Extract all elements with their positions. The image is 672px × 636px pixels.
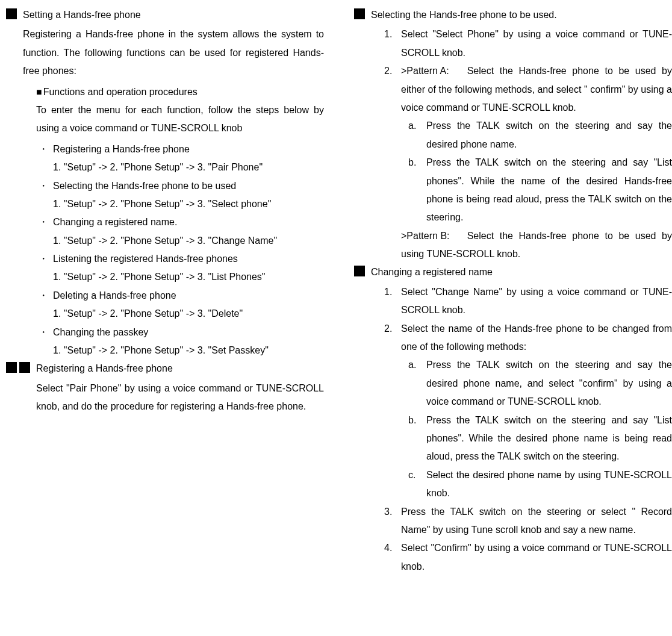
numbered-item: 1. Select "Select Phone" by using a voic… — [354, 25, 672, 62]
bullet-item: Changing a registered name. — [6, 213, 324, 231]
step-number: 1. — [384, 25, 392, 43]
section-body: Registering a Hands-free phone in the sy… — [6, 25, 324, 80]
bullet-path: 1. "Setup" -> 2. "Phone Setup" -> 3. "Li… — [6, 268, 324, 286]
section-title-setting: Setting a Hands-free phone — [6, 6, 324, 24]
step-text: Select "Select Phone" by using a voice c… — [401, 29, 672, 57]
bullet-item: Selecting the Hands-free phone to be use… — [6, 177, 324, 195]
bullet-path: 1. "Setup" -> 2. "Phone Setup" -> 3. "Se… — [6, 341, 324, 360]
lettered-item: a. Press the TALK switch on the steering… — [354, 117, 672, 154]
step-number: 4. — [384, 539, 392, 557]
step-text: Press the TALK switch on the steering or… — [401, 507, 672, 535]
bullet-item: Registering a Hands-free phone — [6, 140, 324, 158]
lettered-item: b. Press the TALK switch on the steering… — [354, 411, 672, 466]
bullet-path: 1. "Setup" -> 2. "Phone Setup" -> 3. "Pa… — [6, 158, 324, 176]
sub-heading: Functions and operation procedures — [6, 83, 324, 101]
step-number: 2. — [384, 320, 392, 338]
letter-marker: c. — [408, 466, 415, 484]
section-title-selecting: Selecting the Hands-free phone to be use… — [354, 6, 672, 24]
letter-text: Press the TALK switch on the steering an… — [426, 120, 672, 149]
pattern-a-prefix: >Pattern A: — [401, 62, 461, 80]
letter-text: Press the TALK switch on the steering an… — [426, 415, 672, 462]
lettered-item: b. Press the TALK switch on the steering… — [354, 154, 672, 227]
bullet-item: Changing the passkey — [6, 323, 324, 341]
section-body: Select "Pair Phone" by using a voice com… — [6, 379, 324, 416]
numbered-item: 3. Press the TALK switch on the steering… — [354, 503, 672, 540]
letter-marker: a. — [408, 356, 416, 374]
letter-marker: b. — [408, 154, 416, 172]
lettered-item: c. Select the desired phone name by usin… — [354, 466, 672, 503]
section-title-registering: Registering a Hands-free phone — [6, 360, 324, 378]
document-columns: Setting a Hands-free phone Registering a… — [6, 6, 672, 576]
numbered-item: 2. Select the name of the Hands-free pho… — [354, 320, 672, 357]
step-text: Select the name of the Hands-free phone … — [401, 323, 672, 352]
letter-marker: a. — [408, 117, 416, 135]
step-text: Select "Confirm" by using a voice comman… — [401, 543, 672, 571]
letter-marker: b. — [408, 411, 416, 429]
bullet-item: Listening the registered Hands-free phon… — [6, 250, 324, 268]
bullet-item: Deleting a Hands-free phone — [6, 287, 324, 305]
bullet-path: 1. "Setup" -> 2. "Phone Setup" -> 3. "Se… — [6, 195, 324, 213]
pattern-b-prefix: >Pattern B: — [401, 227, 461, 245]
left-column: Setting a Hands-free phone Registering a… — [6, 6, 324, 576]
sub-body: To enter the menu for each function, fol… — [6, 101, 324, 138]
registering-title-text: Registering a Hands-free phone — [36, 363, 173, 373]
section-title-changing: Changing a registered name — [354, 263, 672, 281]
numbered-item: 4. Select "Confirm" by using a voice com… — [354, 539, 672, 576]
bullet-path: 1. "Setup" -> 2. "Phone Setup" -> 3. "De… — [6, 305, 324, 323]
letter-text: Press the TALK switch on the steering an… — [426, 157, 672, 222]
step-text: Select "Change Name" by using a voice co… — [401, 287, 672, 315]
numbered-item: 2. >Pattern A: Select the Hands-free pho… — [354, 62, 672, 117]
step-number: 1. — [384, 283, 392, 301]
step-number: 2. — [384, 62, 392, 80]
right-column: Selecting the Hands-free phone to be use… — [354, 6, 672, 576]
lettered-item: a. Press the TALK switch on the steering… — [354, 356, 672, 411]
letter-text: Press the TALK switch on the steering an… — [426, 360, 672, 407]
bullet-path: 1. "Setup" -> 2. "Phone Setup" -> 3. "Ch… — [6, 232, 324, 250]
pattern-b-item: >Pattern B: Select the Hands-free phone … — [354, 227, 672, 264]
letter-text: Select the desired phone name by using T… — [426, 470, 672, 498]
step-number: 3. — [384, 503, 392, 521]
numbered-item: 1. Select "Change Name" by using a voice… — [354, 283, 672, 320]
